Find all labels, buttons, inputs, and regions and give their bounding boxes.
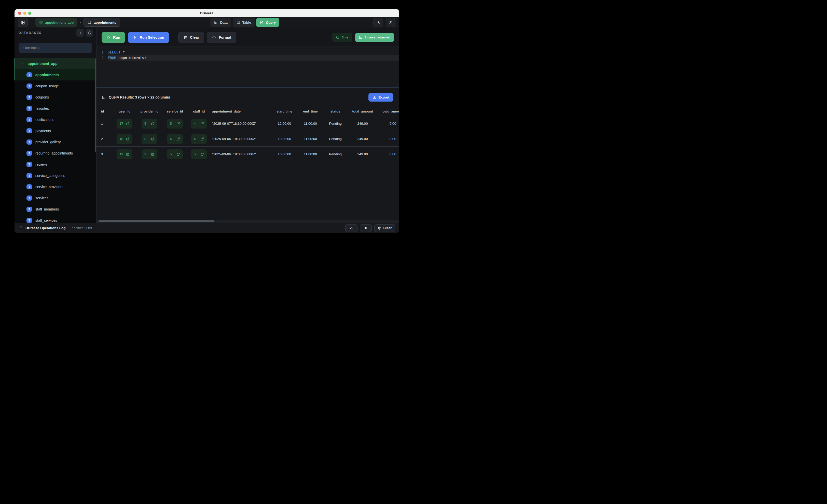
clear-query-label: Clear (190, 35, 199, 40)
sidebar-item-label: staff_services (35, 218, 57, 222)
column-header-staff_id[interactable]: staff_id (188, 109, 210, 113)
fk-link-staff_id[interactable]: 5 (191, 149, 207, 159)
sidebar-item-recurring_appointments[interactable]: Trecurring_appointments (14, 148, 96, 159)
run-button[interactable]: Run (102, 32, 125, 43)
table-badge-icon: T (27, 218, 32, 223)
table-row[interactable]: 218844"2025-09-06T18:30:00.000Z"10:00:00… (97, 131, 399, 147)
sidebar-item-label: provider_gallery (35, 140, 61, 144)
breadcrumb-database[interactable]: appointment_app (35, 18, 78, 27)
column-header-user_id[interactable]: user_id (112, 109, 137, 113)
export-button[interactable]: Export (369, 93, 393, 102)
sidebar-item-payments[interactable]: Tpayments (14, 125, 96, 137)
fk-value: 9 (144, 152, 146, 156)
sidebar-item-label: notifications (35, 117, 54, 122)
pause-log-button[interactable] (360, 224, 372, 232)
sidebar-item-label: appointments (35, 73, 59, 77)
window-title: DBreeze (14, 9, 399, 17)
bar-chart-icon (214, 20, 218, 24)
sidebar-item-provider_gallery[interactable]: Tprovider_gallery (14, 137, 96, 148)
fk-value: 17 (119, 122, 123, 125)
fk-link-service_id[interactable]: 4 (167, 134, 183, 144)
desktop-background: DBreeze appointment_app › appointments (0, 0, 414, 252)
sidebar-item-label: service_categories (35, 173, 65, 178)
sidebar-item-appointments[interactable]: Tappointments (14, 69, 96, 81)
clear-log-button[interactable]: Clear (374, 224, 395, 232)
sidebar-item-staff_members[interactable]: Tstaff_members (14, 204, 96, 215)
fk-link-staff_id[interactable]: 4 (191, 134, 207, 144)
sidebar-item-service_providers[interactable]: Tservice_providers (14, 181, 96, 192)
sidebar-item-coupon_usage[interactable]: Tcoupon_usage (14, 81, 96, 92)
code-text: FROM appointments; (108, 55, 399, 61)
table-row[interactable]: 117554"2025-09-07T18:30:00.000Z"12:00:00… (97, 116, 399, 131)
external-link-icon (151, 152, 154, 156)
tab-query[interactable]: Query (256, 18, 279, 27)
external-link-icon (200, 137, 204, 141)
tab-query-label: Query (266, 20, 276, 24)
code-text: SELECT * (108, 49, 399, 55)
fk-link-user_id[interactable]: 18 (116, 134, 132, 144)
table-row[interactable]: 319955"2025-09-06T18:30:00.000Z"10:00:00… (97, 147, 399, 162)
column-header-end_time[interactable]: end_time (298, 109, 323, 113)
fk-link-provider_id[interactable]: 5 (142, 119, 157, 129)
cell-staff_id: 4 (188, 134, 210, 144)
column-header-paid_amount[interactable]: paid_amount (378, 109, 399, 113)
column-header-id[interactable]: id (97, 109, 112, 113)
fk-link-user_id[interactable]: 19 (116, 149, 132, 159)
external-link-icon (126, 137, 130, 141)
cell-end_time: 11:00:00 (298, 122, 323, 125)
table-badge-icon: T (27, 184, 32, 189)
tree-database-row[interactable]: appointment_app (14, 58, 96, 69)
fk-link-service_id[interactable]: 5 (167, 149, 183, 159)
import-button[interactable] (374, 18, 383, 27)
sql-editor[interactable]: 1SELECT *2FROM appointments; (97, 47, 399, 87)
sidebar-item-coupons[interactable]: Tcoupons (14, 92, 96, 103)
horizontal-scrollbar-thumb[interactable] (99, 220, 214, 222)
tab-table[interactable]: Table (233, 18, 255, 27)
fk-link-service_id[interactable]: 5 (167, 119, 183, 129)
breadcrumb-chevron-icon: › (80, 20, 81, 24)
sidebar-item-reviews[interactable]: Treviews (14, 159, 96, 170)
editor-line-1[interactable]: 1SELECT * (97, 49, 399, 55)
sidebar-scrollbar[interactable] (95, 58, 96, 152)
download-icon (376, 20, 381, 25)
run-button-label: Run (113, 35, 120, 40)
sidebar-item-label: coupons (35, 95, 49, 99)
sidebar-item-services[interactable]: Tservices (14, 192, 96, 204)
column-header-provider_id[interactable]: provider_id (137, 109, 162, 113)
add-database-button[interactable] (77, 29, 84, 37)
upload-icon (388, 20, 393, 25)
fk-link-provider_id[interactable]: 9 (142, 149, 157, 159)
fk-link-user_id[interactable]: 17 (116, 119, 132, 129)
filter-tables-input[interactable] (18, 43, 92, 53)
fk-link-provider_id[interactable]: 8 (142, 134, 157, 144)
content-area: DATABASES (14, 28, 399, 223)
fk-link-staff_id[interactable]: 4 (191, 119, 207, 129)
sidebar-item-notifications[interactable]: Tnotifications (14, 114, 96, 125)
text-cursor (147, 56, 147, 60)
editor-line-2[interactable]: 2FROM appointments; (97, 55, 399, 61)
external-link-icon (126, 122, 130, 125)
column-header-service_id[interactable]: service_id (162, 109, 188, 113)
column-header-appointment_date[interactable]: appointment_date (210, 109, 271, 113)
format-button[interactable]: Format (207, 32, 236, 43)
tab-data[interactable]: Data (210, 18, 231, 27)
sidebar-toggle-button[interactable] (18, 18, 28, 27)
sidebar-item-favorites[interactable]: Tfavorites (14, 103, 96, 114)
view-tabs: Data Table Query (210, 18, 279, 27)
clear-query-button[interactable]: Clear (179, 32, 204, 43)
export-share-button[interactable] (386, 18, 395, 27)
column-header-start_time[interactable]: start_time (271, 109, 298, 113)
column-header-total_amount[interactable]: total_amount (348, 109, 378, 113)
sidebar-item-service_categories[interactable]: Tservice_categories (14, 170, 96, 181)
tab-table-label: Table (242, 20, 251, 24)
external-link-icon (177, 152, 180, 156)
main-panel: Run Run Selection Clear (97, 28, 399, 223)
sidebar-item-staff_services[interactable]: Tstaff_services (14, 215, 96, 223)
column-header-status[interactable]: status (323, 109, 348, 113)
run-selection-button[interactable]: Run Selection (128, 32, 169, 43)
cell-provider_id: 5 (137, 119, 162, 129)
expand-log-button[interactable] (345, 224, 357, 232)
breadcrumb-table[interactable]: appointments (84, 18, 120, 27)
cell-total_amount: 249.00 (348, 152, 378, 156)
refresh-button[interactable] (86, 29, 93, 37)
